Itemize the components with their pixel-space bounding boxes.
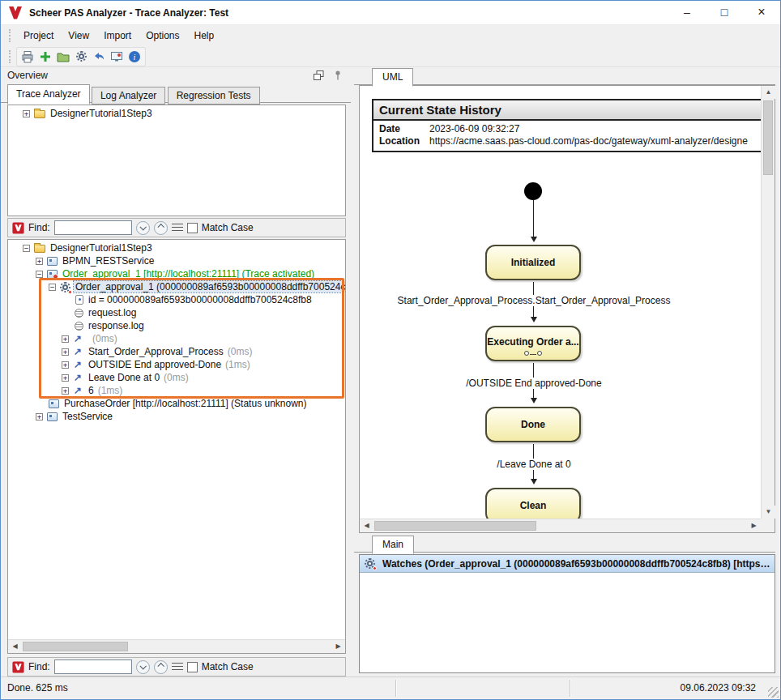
tree-item[interactable]: +Start_Order_Approval_Process(0ms) bbox=[8, 345, 345, 358]
print-icon[interactable] bbox=[19, 49, 36, 65]
match-case-checkbox[interactable] bbox=[187, 662, 198, 672]
float-window-icon[interactable] bbox=[312, 69, 325, 82]
initial-state-node[interactable] bbox=[524, 182, 542, 200]
scrollbar-thumb[interactable] bbox=[23, 642, 128, 651]
find-input[interactable] bbox=[54, 659, 132, 674]
tree-item[interactable]: −Order_approval_1 (000000089af6593b00000… bbox=[8, 280, 345, 293]
expand-icon[interactable]: + bbox=[62, 335, 69, 343]
scroll-left-icon[interactable]: ◀ bbox=[360, 519, 373, 532]
tab-log-analyzer[interactable]: Log Analyzer bbox=[92, 87, 165, 105]
undo-icon[interactable] bbox=[91, 49, 107, 65]
history-row-date: Date 2023-06-09 09:32:27 bbox=[373, 123, 761, 135]
collapse-icon[interactable]: − bbox=[49, 284, 56, 291]
match-case-checkbox[interactable] bbox=[187, 223, 198, 233]
history-location-value: https://acme.saas.pas-cloud.com/pas-doc/… bbox=[429, 135, 748, 147]
menu-project[interactable]: Project bbox=[16, 27, 61, 45]
transition-arrow bbox=[533, 200, 534, 241]
find-options-icon[interactable] bbox=[172, 224, 183, 233]
timing-label: (1ms) bbox=[225, 359, 250, 370]
folder-icon bbox=[34, 245, 45, 253]
app-logo-icon bbox=[8, 6, 23, 20]
scrollbar-thumb[interactable] bbox=[374, 521, 536, 531]
state-history-title: Current State History bbox=[373, 100, 761, 121]
menu-options[interactable]: Options bbox=[139, 27, 186, 45]
tree-item-label: Order_approval_1 [http://localhost:21111… bbox=[61, 268, 316, 280]
tree-item[interactable]: +TestService bbox=[8, 410, 345, 423]
tree-item[interactable]: +6(1ms) bbox=[8, 384, 345, 397]
trace-view-icon[interactable] bbox=[109, 49, 125, 65]
arrow-icon bbox=[73, 334, 83, 344]
tab-trace-analyzer[interactable]: Trace Analyzer bbox=[7, 84, 90, 105]
tree-item[interactable]: +(0ms) bbox=[8, 332, 345, 345]
scroll-right-icon[interactable]: ▶ bbox=[747, 519, 761, 532]
tree-item[interactable]: id = 000000089af6593b00000008ddffb700524… bbox=[8, 293, 345, 306]
tree-horizontal-scrollbar[interactable]: ◀ ▶ bbox=[8, 639, 345, 653]
find-bar-top: Find: Match Case bbox=[7, 218, 346, 237]
tree-item[interactable]: request.log bbox=[8, 306, 345, 319]
scroll-right-icon[interactable]: ▶ bbox=[331, 640, 345, 653]
tree-item[interactable]: +OUTSIDE End approved-Done(1ms) bbox=[8, 358, 345, 371]
find-close-icon[interactable] bbox=[12, 222, 24, 234]
find-next-button[interactable] bbox=[136, 221, 150, 235]
scrollbar-thumb[interactable] bbox=[763, 100, 773, 175]
find-close-icon[interactable] bbox=[12, 661, 24, 673]
tree-item[interactable]: +Leave Done at 0(0ms) bbox=[8, 371, 345, 384]
menu-import[interactable]: Import bbox=[96, 27, 139, 45]
diagram-horizontal-scrollbar[interactable]: ◀ ▶ bbox=[360, 519, 761, 532]
watch-icon bbox=[365, 558, 375, 569]
menu-help[interactable]: Help bbox=[187, 27, 222, 45]
settings-gear-icon[interactable] bbox=[73, 49, 89, 65]
expand-icon[interactable]: + bbox=[62, 361, 69, 369]
info-icon[interactable]: i bbox=[126, 49, 143, 65]
tab-main[interactable]: Main bbox=[372, 536, 414, 554]
watches-header[interactable]: Watches (Order_approval_1 (000000089af65… bbox=[360, 555, 775, 573]
tab-uml[interactable]: UML bbox=[372, 68, 413, 87]
find-options-icon[interactable] bbox=[172, 663, 183, 672]
menu-view[interactable]: View bbox=[61, 27, 96, 45]
find-previous-button[interactable] bbox=[154, 660, 168, 674]
resize-grip[interactable] bbox=[768, 687, 779, 698]
find-next-button[interactable] bbox=[136, 660, 150, 674]
close-button[interactable]: × bbox=[743, 1, 780, 25]
toolbar-grip bbox=[9, 50, 11, 63]
expand-icon[interactable]: + bbox=[62, 374, 69, 382]
log-icon bbox=[75, 322, 83, 331]
expand-icon[interactable]: + bbox=[62, 387, 69, 395]
tree-item[interactable]: response.log bbox=[8, 319, 345, 332]
expand-icon[interactable]: + bbox=[23, 110, 30, 117]
tree-item[interactable]: PurchaseOrder [http://localhost:21111] (… bbox=[8, 397, 345, 410]
tab-regression-tests[interactable]: Regression Tests bbox=[168, 87, 260, 105]
tree-item[interactable]: +BPMN_RESTService bbox=[8, 254, 345, 267]
find-label: Find: bbox=[28, 661, 50, 672]
state-initialized[interactable]: Initialized bbox=[485, 245, 581, 280]
tree-item-label: DesignerTutorial1Step3 bbox=[49, 242, 154, 254]
state-label: Clean bbox=[520, 500, 547, 511]
state-executing-order[interactable]: Executing Order a... bbox=[485, 326, 581, 361]
pin-icon[interactable] bbox=[331, 69, 344, 82]
minimize-button[interactable]: – bbox=[668, 1, 706, 25]
collapse-icon[interactable]: − bbox=[23, 245, 30, 252]
title-bar[interactable]: Scheer PAS Analyzer - Trace Analyzer: Te… bbox=[1, 1, 780, 25]
scroll-down-icon[interactable]: ▼ bbox=[762, 506, 775, 519]
expand-icon[interactable]: + bbox=[62, 348, 69, 356]
open-folder-icon[interactable] bbox=[55, 49, 71, 65]
diagram-vertical-scrollbar[interactable]: ▲ ▼ bbox=[761, 86, 775, 519]
tree-item-label: TestService bbox=[61, 411, 114, 422]
scroll-left-icon[interactable]: ◀ bbox=[8, 640, 22, 653]
find-previous-button[interactable] bbox=[154, 221, 168, 235]
tree-item[interactable]: +DesignerTutorial1Step3 bbox=[8, 107, 345, 120]
add-icon[interactable] bbox=[37, 49, 53, 65]
tree-item-label: 6 bbox=[87, 385, 96, 396]
scroll-up-icon[interactable]: ▲ bbox=[762, 86, 775, 99]
state-clean[interactable]: Clean bbox=[485, 488, 581, 519]
state-done[interactable]: Done bbox=[485, 407, 581, 442]
transition-label: /OUTSIDE End approved-Done bbox=[360, 378, 708, 389]
collapse-icon[interactable]: − bbox=[36, 271, 43, 278]
tree-item[interactable]: −Order_approval_1 [http://localhost:2111… bbox=[8, 267, 345, 280]
find-input[interactable] bbox=[54, 220, 132, 235]
expand-icon[interactable]: + bbox=[36, 413, 43, 420]
tree-item[interactable]: −DesignerTutorial1Step3 bbox=[8, 241, 345, 254]
arrow-icon bbox=[73, 373, 83, 383]
maximize-button[interactable]: □ bbox=[706, 1, 743, 25]
expand-icon[interactable]: + bbox=[36, 258, 43, 265]
